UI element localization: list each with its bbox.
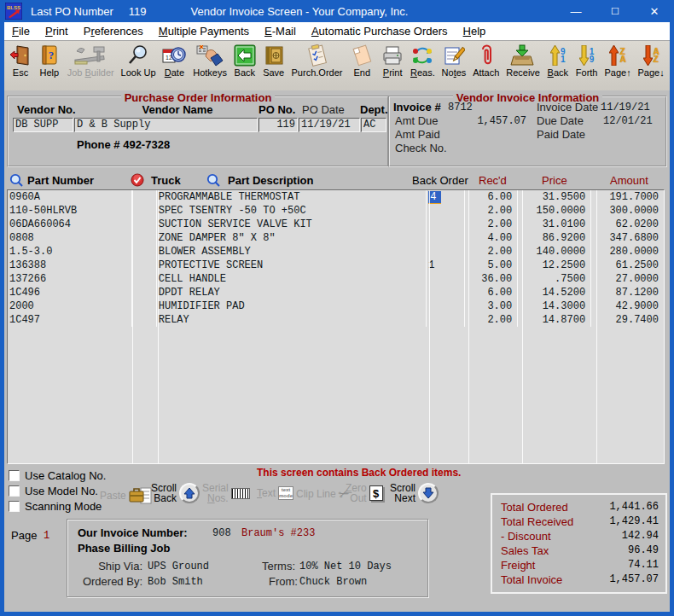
menu-preferences[interactable]: Preferences xyxy=(76,22,151,40)
cell-truck[interactable] xyxy=(132,245,157,259)
toolbar-button-esc[interactable]: Esc xyxy=(9,44,32,78)
cell-received[interactable]: 6.00 xyxy=(465,190,518,204)
toolbar-button-attach[interactable]: Attach xyxy=(473,44,499,78)
cell-received[interactable]: 36.00 xyxy=(465,272,518,286)
cell-amount[interactable]: 280.0000 xyxy=(591,245,664,259)
use-catalog-no-checkbox[interactable] xyxy=(9,470,20,481)
cell-part-number[interactable]: 0808 xyxy=(8,231,132,245)
truck-check-icon[interactable] xyxy=(131,173,144,187)
minimize-button[interactable]: — xyxy=(556,0,596,22)
toolbar-button-save[interactable]: Save xyxy=(263,44,285,78)
cell-back-order[interactable] xyxy=(427,286,465,299)
cell-part-number[interactable]: 1C496 xyxy=(8,286,132,299)
cell-truck[interactable] xyxy=(132,272,157,286)
cell-back-order[interactable] xyxy=(427,313,465,327)
part-number-header[interactable]: Part Number xyxy=(27,174,94,187)
cell-amount[interactable]: 87.1200 xyxy=(591,286,664,299)
invoice-no-value[interactable]: 8712 xyxy=(448,102,473,113)
vendor-no-field[interactable]: DB SUPP xyxy=(13,118,73,132)
cell-price[interactable]: 14.8700 xyxy=(518,313,591,327)
menu-help[interactable]: Help xyxy=(456,22,494,40)
cell-back-order[interactable] xyxy=(427,245,465,259)
cell-description[interactable]: BLOWER ASSEMBLY xyxy=(157,245,427,259)
cell-received[interactable]: 2.00 xyxy=(465,313,518,327)
cell-part-number[interactable]: 110-50HLRVB xyxy=(8,204,132,218)
search-description-icon[interactable] xyxy=(206,173,220,187)
truck-header[interactable]: Truck xyxy=(151,174,181,187)
cell-received[interactable]: 5.00 xyxy=(465,259,518,272)
toolbar-button-purch-order[interactable]: Purch.Order xyxy=(292,44,343,78)
menu-multiple-payments[interactable]: Multiple Payments xyxy=(151,22,257,40)
cell-amount[interactable]: 300.0000 xyxy=(591,204,664,218)
cell-truck[interactable] xyxy=(132,231,157,245)
cell-amount[interactable]: 29.7400 xyxy=(591,313,664,327)
cell-back-order[interactable] xyxy=(427,218,465,231)
invoice-date-value[interactable]: 11/19/21 xyxy=(601,102,650,113)
amt-due-value[interactable]: 1,457.07 xyxy=(441,115,526,127)
cell-price[interactable]: 86.9200 xyxy=(518,231,591,245)
po-no-field[interactable]: 119 xyxy=(259,118,298,132)
cell-description[interactable]: CELL HANDLE xyxy=(157,272,427,286)
cell-truck[interactable] xyxy=(132,204,157,218)
cell-truck[interactable] xyxy=(132,190,157,204)
cell-part-number[interactable]: 2000 xyxy=(8,299,132,313)
maximize-button[interactable]: ☐ xyxy=(596,0,635,22)
cell-received[interactable]: 2.00 xyxy=(465,218,518,231)
cell-truck[interactable] xyxy=(132,259,157,272)
toolbar-button-forth-line[interactable]: 19 Forth xyxy=(576,44,598,78)
cell-description[interactable]: HUMIDIFIER PAD xyxy=(157,299,427,313)
part-description-header[interactable]: Part Description xyxy=(228,174,313,187)
menu-file[interactable]: File xyxy=(4,22,38,40)
cell-back-order[interactable] xyxy=(427,231,465,245)
cell-price[interactable]: 31.9500 xyxy=(518,190,591,204)
toolbar-button-back-line[interactable]: 91 Back xyxy=(547,44,569,78)
selected-cell[interactable]: 4 xyxy=(428,191,440,204)
cell-amount[interactable]: 42.9000 xyxy=(591,299,664,313)
cell-amount[interactable]: 191.7000 xyxy=(591,190,664,204)
cell-price[interactable]: 14.3000 xyxy=(518,299,591,313)
cell-description[interactable]: SPEC TSENTRY -50 TO +50C xyxy=(157,204,427,218)
toolbar-button-page-down[interactable]: AZ Page↓ xyxy=(638,44,665,78)
cell-amount[interactable]: 61.2500 xyxy=(591,259,664,272)
cell-description[interactable]: RELAY xyxy=(157,313,427,327)
cell-back-order[interactable] xyxy=(427,204,465,218)
use-model-no-checkbox[interactable] xyxy=(9,485,20,497)
cell-truck[interactable] xyxy=(132,286,157,299)
cell-part-number[interactable]: 0960A xyxy=(8,190,132,204)
toolbar-button-date[interactable]: 12 Date xyxy=(162,44,186,78)
toolbar-button-back-screen[interactable]: Back xyxy=(234,44,256,78)
cell-truck[interactable] xyxy=(132,299,157,313)
search-part-number-icon[interactable] xyxy=(9,173,23,187)
cell-back-order[interactable]: 4 xyxy=(427,190,465,204)
po-date-field[interactable]: 11/19/21 xyxy=(299,118,360,132)
cell-part-number[interactable]: 136388 xyxy=(8,259,132,272)
cell-amount[interactable]: 347.6800 xyxy=(591,231,664,245)
cell-description[interactable]: SUCTION SERVICE VALVE KIT xyxy=(157,218,427,231)
cell-back-order[interactable] xyxy=(427,299,465,313)
due-date-value[interactable]: 12/01/21 xyxy=(603,115,653,127)
toolbar-button-reas[interactable]: Reas. xyxy=(410,44,435,78)
cell-price[interactable]: 31.0100 xyxy=(518,218,591,231)
cell-back-order[interactable]: 1 xyxy=(427,259,465,272)
terms-value[interactable]: 10% Net 10 Days xyxy=(299,561,392,572)
toolbar-button-receive[interactable]: Receive xyxy=(506,44,540,78)
cell-received[interactable]: 6.00 xyxy=(465,286,518,299)
cell-truck[interactable] xyxy=(132,313,157,327)
cell-part-number[interactable]: 1.5-3.0 xyxy=(8,245,132,259)
cell-part-number[interactable]: 1C497 xyxy=(8,313,132,327)
cell-received[interactable]: 3.00 xyxy=(465,299,518,313)
cell-description[interactable]: PROGRAMMABLE THERMOSTAT xyxy=(157,190,427,204)
cell-description[interactable]: PROTECTIVE SCREEN xyxy=(157,259,427,272)
cell-price[interactable]: 150.0000 xyxy=(518,204,591,218)
dept-field[interactable]: AC xyxy=(361,118,386,132)
menu-email[interactable]: E-Mail xyxy=(257,22,304,40)
cell-part-number[interactable]: 137266 xyxy=(8,272,132,286)
cell-part-number[interactable]: 06DA660064 xyxy=(8,218,132,231)
scroll-back-button[interactable]: Scroll Back xyxy=(151,483,200,503)
cell-description[interactable]: ZONE DAMPER 8" X 8" xyxy=(157,231,427,245)
cell-price[interactable]: 140.0000 xyxy=(518,245,591,259)
our-invoice-number-value[interactable]: 908 xyxy=(212,527,231,539)
cell-received[interactable]: 2.00 xyxy=(465,245,518,259)
cell-price[interactable]: 12.2500 xyxy=(518,259,591,272)
cell-received[interactable]: 4.00 xyxy=(465,231,518,245)
